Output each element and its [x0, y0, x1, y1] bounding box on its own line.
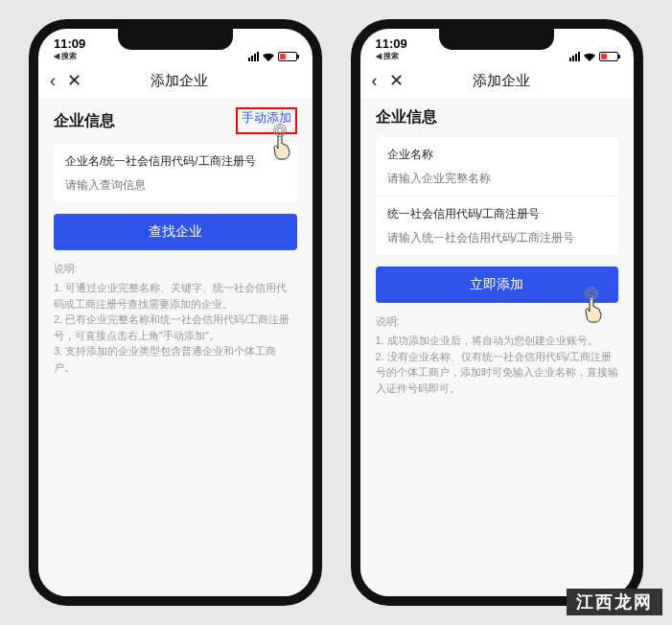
pointer-hand-icon [582, 293, 611, 328]
close-icon[interactable]: ✕ [67, 70, 81, 91]
pointer-hand-icon [270, 130, 299, 165]
section-title: 企业信息 [376, 107, 437, 127]
nav-bar: ‹ ✕ 添加企业 [38, 63, 313, 98]
section-title: 企业信息 [54, 111, 115, 131]
back-icon[interactable]: ‹ [50, 71, 56, 91]
battery-icon [278, 52, 297, 61]
search-input[interactable] [65, 178, 286, 192]
signal-icon [569, 52, 580, 61]
company-name-input[interactable] [387, 172, 608, 185]
close-icon[interactable]: ✕ [389, 70, 404, 91]
company-code-input[interactable] [387, 231, 608, 244]
status-search: ◀ 搜索 [54, 51, 85, 61]
hint-item: 1. 成功添加企业后，将自动为您创建企业账号。 [376, 333, 619, 349]
signal-icon [248, 52, 259, 61]
wifi-icon [584, 53, 595, 61]
hint-item: 2. 没有企业名称、仅有统一社会信用代码/工商注册号的个体工商户，添加时可免输入… [376, 349, 619, 397]
page-title: 添加企业 [93, 72, 266, 90]
field-label-name: 企业名称 [387, 147, 608, 163]
wifi-icon [263, 53, 274, 61]
hint-label: 说明: [54, 262, 297, 276]
search-button[interactable]: 查找企业 [54, 214, 297, 250]
page-title: 添加企业 [415, 72, 589, 90]
search-card: 企业名/统一社会信用代码/工商注册号 [54, 144, 297, 202]
nav-bar: ‹ ✕ 添加企业 [360, 63, 635, 98]
notch [118, 29, 233, 50]
notch [439, 29, 554, 50]
form-card: 企业名称 统一社会信用代码/工商注册号 [376, 137, 619, 255]
phone-left: 11:09 ◀ 搜索 ‹ ✕ 添加企业 企业信息 手动添加 企业名/统一社会信用… [29, 19, 322, 606]
back-icon[interactable]: ‹ [372, 71, 378, 91]
hint-item: 2. 已有企业完整名称和统一社会信用代码/工商注册号，可直接点击右上角"手动添加… [54, 312, 297, 343]
battery-icon [599, 52, 618, 61]
hint-item: 1. 可通过企业完整名称、关键字、统一社会信用代码或工商注册号查找需要添加的企业… [54, 280, 297, 312]
status-time: 11:09 [54, 36, 85, 51]
field-label-code: 统一社会信用代码/工商注册号 [387, 206, 608, 222]
field-label: 企业名/统一社会信用代码/工商注册号 [65, 153, 286, 170]
phone-right: 11:09 ◀ 搜索 ‹ ✕ 添加企业 企业信息 企业名称 统一社会信用代码/工… [351, 19, 644, 606]
status-search: ◀ 搜索 [376, 51, 407, 61]
status-time: 11:09 [376, 36, 407, 51]
hint-item: 3. 支持添加的企业类型包含普通企业和个体工商户。 [54, 343, 297, 375]
watermark: 江西龙网 [567, 589, 662, 615]
